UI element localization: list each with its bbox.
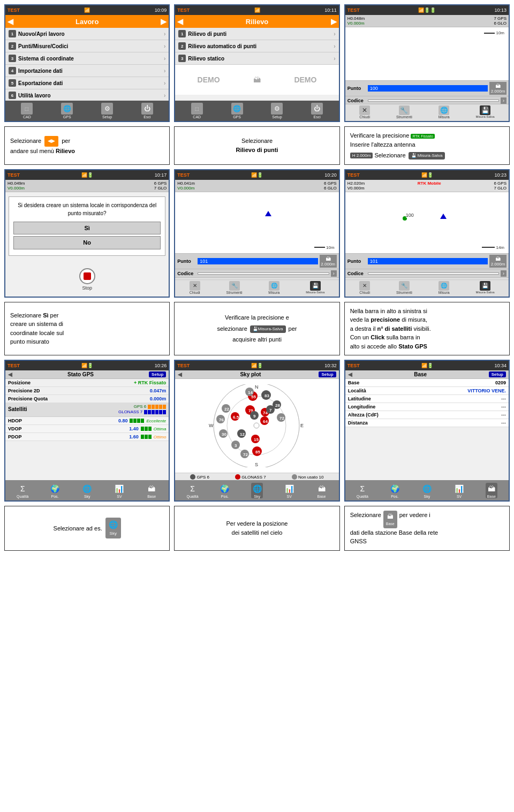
posizione-row: Posizione + RTK Fissato — [5, 379, 169, 387]
svg-text:76: 76 — [219, 418, 224, 422]
map-scale-101b: 14m — [482, 245, 504, 250]
base-val-1: VITTORIO VENE. — [467, 388, 506, 393]
gps-btn-2[interactable]: 🌐 GPS — [231, 103, 243, 119]
base-row-0: Base 0209 — [345, 379, 509, 387]
app-name-d: TEST — [7, 172, 20, 178]
misura-btn-101b[interactable]: 🌐 Misura — [439, 281, 450, 295]
codice-arrow-3[interactable]: › — [501, 97, 507, 104]
sky-tab-qualita[interactable]: Σ Qualità — [186, 483, 198, 498]
codice-value-101[interactable] — [198, 272, 329, 275]
sky-tab-sky[interactable]: 🌐 Sky — [251, 483, 263, 498]
sky-tab-base[interactable]: 🏔 Base — [316, 483, 328, 498]
rilievo-menu-1[interactable]: 1Rilievo di punti › — [175, 28, 338, 40]
gps-h-3: H0.048m — [347, 16, 365, 21]
menu-item-3[interactable]: 3Sistema di coordinate › — [5, 52, 169, 65]
dialog-box: Si desidera creare un sistema locale in … — [9, 196, 165, 256]
prec2d-value: 0.047m — [150, 388, 167, 393]
cad-btn[interactable]: ⬚ CAD — [21, 103, 33, 119]
strumenti-btn-101[interactable]: 🔧 Strumenti — [226, 281, 243, 295]
strumenti-btn-3[interactable]: 🔧 Strumenti — [396, 105, 412, 120]
menu-item-4[interactable]: 4Importazione dati › — [5, 65, 169, 77]
esci-btn[interactable]: ⏻ Esci — [141, 103, 153, 119]
punto-value-3[interactable]: 100 — [368, 85, 488, 92]
punto-value-101b[interactable]: 101 — [368, 258, 488, 264]
menu-item-2[interactable]: 2Punti/Misure/Codici › — [5, 40, 169, 52]
pdop-quality: Ottimo — [154, 435, 167, 439]
base-tab-qualita[interactable]: Σ Qualità — [357, 483, 368, 498]
legend-unused: Non usato 10 — [292, 474, 324, 480]
sky-tab-btn-cap6a[interactable]: 🌐 Sky — [105, 518, 121, 538]
base-tab-sv[interactable]: 📊 SV — [453, 483, 465, 498]
screen-sky-plot: TEST 📶🔋 10:32 ◀ Sky plot Setup N S W E — [174, 360, 339, 502]
codice-value-3[interactable] — [368, 100, 499, 102]
tab-base[interactable]: 🏔 Base — [146, 483, 157, 498]
menu-item-1[interactable]: 1Nuovo/Apri lavoro › — [5, 28, 169, 40]
si-button[interactable]: Sì — [13, 222, 161, 235]
caption-6b: Per vedere la posizione dei satelliti ne… — [174, 506, 339, 551]
rtk-badge-cap3: RTK Fissato — [411, 134, 434, 139]
punto-value-101[interactable]: 101 — [198, 258, 318, 264]
misura-btn-101[interactable]: 🌐 Misura — [268, 281, 279, 295]
gps-btn[interactable]: 🌐 GPS — [61, 103, 73, 119]
tab-sky[interactable]: 🌐 Sky — [81, 483, 93, 498]
rilievo-menu: 1Rilievo di punti › 2Rilievo automatico … — [175, 28, 338, 95]
base-tab-btn-cap6c[interactable]: 🏔 Base — [383, 511, 397, 528]
svg-text:12: 12 — [240, 432, 245, 437]
setup-btn[interactable]: ⚙ Setup — [101, 103, 113, 119]
cad-btn-2[interactable]: ⬚ CAD — [191, 103, 203, 119]
misura-salva-btn-3[interactable]: 💾 Misura-Salva — [476, 105, 495, 120]
svg-text:E: E — [300, 423, 304, 428]
menu-item-6[interactable]: 6Utilità lavoro › — [5, 89, 169, 102]
rilievo-menu-2[interactable]: 2Rilievo automatico di punti › — [175, 40, 338, 52]
strumenti-btn-101b[interactable]: 🔧 Strumenti — [396, 281, 412, 295]
esci-btn-2[interactable]: ⏻ Esci — [311, 103, 323, 119]
misura-salva-btn-101b[interactable]: 💾 Misura-Salva — [476, 281, 495, 295]
caption-4b: Verificare la precisione e selezionare 💾… — [174, 302, 339, 356]
cap2-bold: Rilievo di punti — [236, 147, 278, 153]
tab-pos[interactable]: 🌍 Pos. — [49, 483, 61, 498]
tab-sv[interactable]: 📊 SV — [114, 483, 125, 498]
base-tab-pos[interactable]: 🌍 Pos. — [389, 483, 400, 498]
rilievo-menu-3[interactable]: 3Rilievo statico › — [175, 52, 338, 65]
nav-left-1[interactable]: ◀ — [7, 17, 13, 26]
cap4a-text3: creare un sistema di — [10, 321, 63, 327]
setup-badge-sky[interactable]: Setup — [319, 371, 336, 377]
menu-item-5[interactable]: 5Esportazione dati › — [5, 77, 169, 89]
setup-badge-gps[interactable]: Setup — [149, 371, 166, 377]
no-button[interactable]: No — [13, 236, 161, 249]
time-sky: 10:32 — [324, 363, 337, 368]
cap4a-bold1: Sì — [43, 312, 48, 318]
action-toolbar-101: ✕ Chiudi 🔧 Strumenti 🌐 Misura 💾 Misura-S… — [175, 279, 338, 297]
svg-text:64: 64 — [263, 419, 268, 424]
satelliti-section: Satelliti GPS 6 GLONASS 7 — [5, 403, 169, 417]
chiudi-btn-101b[interactable]: ✕ Chiudi — [359, 281, 370, 295]
misura-salva-btn-101[interactable]: 💾 Misura-Salva — [306, 281, 324, 295]
app-name-base: TEST — [347, 363, 360, 368]
cap1-text3: andare sul menù — [10, 148, 56, 154]
setup-badge-base[interactable]: Setup — [489, 371, 506, 377]
codice-arrow-101b[interactable]: › — [501, 270, 507, 277]
setup-btn-2[interactable]: ⚙ Setup — [271, 103, 283, 119]
chiudi-btn-3[interactable]: ✕ Chiudi — [359, 105, 370, 120]
dialog-text: Si desidera creare un sistema locale in … — [13, 201, 161, 217]
caption-4a: Selezionare Sì per creare un sistema di … — [4, 302, 170, 356]
codice-value-101b[interactable] — [368, 272, 499, 275]
gps-nav-tabs: Σ Qualità 🌍 Pos. 🌐 Sky 📊 SV 🏔 Base — [5, 480, 169, 500]
base-tab-sky[interactable]: 🌐 Sky — [421, 483, 433, 498]
nav-left-2[interactable]: ◀ — [177, 17, 183, 26]
codice-arrow-101[interactable]: › — [331, 270, 337, 277]
map-area-101: 10m — [175, 192, 338, 254]
sky-tab-sv[interactable]: 📊 SV — [283, 483, 295, 498]
base-val-4: --- — [501, 412, 506, 418]
lavoro-toolbar: ⬚ CAD 🌐 GPS ⚙ Setup ⏻ Esci — [5, 101, 169, 121]
cap4c-bold3: Click — [371, 334, 384, 340]
nav-right-1[interactable]: ▶ — [161, 17, 167, 26]
base-tab-base[interactable]: 🏔 Base — [486, 483, 497, 498]
nav-right-2[interactable]: ▶ — [331, 17, 337, 26]
misura-btn-3[interactable]: 🌐 Misura — [439, 105, 450, 120]
sky-tab-pos[interactable]: 🌍 Pos. — [219, 483, 231, 498]
sky-plot-header: ◀ Sky plot Setup — [175, 370, 338, 379]
stop-button[interactable] — [79, 268, 95, 284]
tab-qualita[interactable]: Σ Qualità — [17, 483, 28, 498]
chiudi-btn-101[interactable]: ✕ Chiudi — [190, 281, 200, 295]
